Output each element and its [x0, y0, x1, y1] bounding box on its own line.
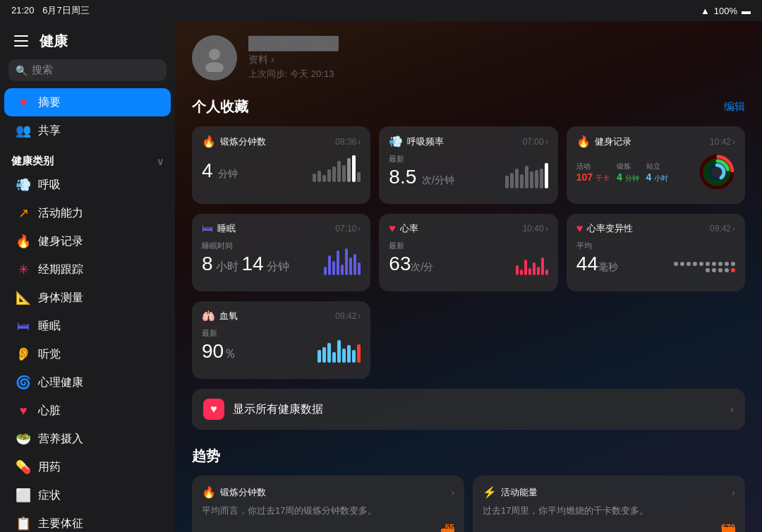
sidebar-label-mental: 心理健康 [38, 375, 83, 390]
stand-stat: 站立 4 小时 [646, 162, 669, 183]
search-placeholder: 搜索 [32, 64, 53, 77]
empty-slot-1 [379, 301, 557, 379]
sidebar-header: 健康 [0, 21, 175, 56]
sidebar-label-nutrition: 营养摄入 [38, 432, 83, 447]
symptoms-icon: ⬜ [16, 488, 31, 503]
blood-oxygen-value: 90％ [202, 340, 236, 363]
sidebar-item-breathing[interactable]: 💨 呼吸 [4, 171, 171, 199]
health-category-header: 健康类别 ∨ [0, 145, 175, 171]
blood-oxygen-label: 最新 [202, 328, 236, 339]
hrv-dots-chart [672, 259, 735, 275]
sidebar-label-breathing: 呼吸 [38, 178, 61, 193]
hrv-value: 44毫秒 [576, 253, 618, 275]
sidebar-item-mobility[interactable]: ↗ 活动能力 [4, 199, 171, 227]
activity-trend-chart: 670 [483, 523, 735, 532]
personal-collection-header: 个人收藏 编辑 [192, 97, 745, 116]
activity-trend-desc: 过去17周里，你平均燃烧的千卡数变多。 [483, 504, 735, 517]
sidebar-item-summary[interactable]: ♥ 摘要 [4, 88, 171, 116]
workout-trend-icon: 🔥 [202, 485, 216, 499]
fitness-time: 10:42 › [710, 137, 735, 147]
profile-info: ██████████ 资料 › 上次同步: 今天 20:13 [248, 36, 339, 80]
profile-sync: 上次同步: 今天 20:13 [248, 68, 339, 80]
fitness-record-card[interactable]: 🔥 健身记录 10:42 › 活动 107 千卡 [567, 126, 745, 204]
heart-rate-title: 心率 [400, 222, 418, 235]
edit-button[interactable]: 编辑 [724, 100, 745, 114]
vitals-icon: 📋 [16, 516, 31, 531]
breathing-value: 8.5 次/分钟 [389, 166, 454, 188]
profile-link[interactable]: 资料 › [248, 54, 339, 66]
sidebar-item-share[interactable]: 👥 共享 [4, 116, 171, 145]
sidebar-item-hearing[interactable]: 👂 听觉 [4, 340, 171, 368]
sidebar-toggle-button[interactable] [11, 31, 31, 51]
blood-oxygen-chart [318, 334, 361, 363]
svg-point-4 [205, 62, 224, 72]
sidebar-item-sleep[interactable]: 🛏 睡眠 [4, 312, 171, 340]
status-bar: 21:20 6月7日周三 ▲ 100% ▬ [0, 0, 762, 21]
hrv-card[interactable]: ♥ 心率变异性 09:42 › 平均 44毫秒 [567, 214, 745, 291]
profile-section: ██████████ 资料 › 上次同步: 今天 20:13 [192, 35, 745, 80]
meds-icon: 💊 [16, 459, 31, 475]
workout-time: 08:36 › [335, 137, 361, 147]
workout-minutes-card[interactable]: 🔥 锻炼分钟数 08:36 › 4 分钟 [192, 126, 370, 204]
sidebar: 健康 🔍 搜索 ♥ 摘要 👥 共享 健康类别 ∨ 💨 呼吸 ↗ 活动能力 [0, 21, 175, 532]
show-all-health-button[interactable]: ♥ 显示所有健康数据 › [192, 389, 745, 430]
blood-oxygen-title: 血氧 [219, 310, 238, 322]
activity-trend-chevron: › [732, 487, 735, 498]
hrv-title: 心率变异性 [587, 222, 633, 235]
workout-trend-card[interactable]: 🔥 锻炼分钟数 › 平均而言，你过去17周的锻炼分钟数变多。 [192, 476, 464, 532]
sidebar-item-body[interactable]: 📐 身体测量 [4, 284, 171, 312]
sidebar-item-symptoms[interactable]: ⬜ 症状 [4, 481, 171, 509]
breathing-rate-card[interactable]: 💨 呼吸频率 07:00 › 最新 8.5 次/分钟 [379, 126, 557, 204]
mobility-icon: ↗ [16, 205, 31, 221]
body-icon: 📐 [16, 290, 31, 306]
hrv-time: 09:42 › [710, 224, 735, 234]
workout-chart [313, 154, 361, 182]
activity-trend-card[interactable]: ⚡ 活动能量 › 过去17周里，你平均燃烧的千卡数变多。 [473, 476, 745, 532]
sidebar-label-summary: 摘要 [38, 95, 61, 110]
heart-rate-card[interactable]: ♥ 心率 10:40 › 最新 63次/分 [379, 214, 557, 291]
cards-row-1: 🔥 锻炼分钟数 08:36 › 4 分钟 [192, 126, 745, 204]
sidebar-item-vitals[interactable]: 📋 主要体征 [4, 509, 171, 532]
sidebar-item-fitness[interactable]: 🔥 健身记录 [4, 227, 171, 255]
workout-trend-number: 55 [445, 523, 454, 532]
workout-trend-chart: 55 [202, 523, 454, 532]
sleep-chart [324, 247, 361, 275]
show-all-chevron-icon: › [730, 403, 734, 416]
share-icon: 👥 [16, 123, 31, 138]
sidebar-label-hearing: 听觉 [38, 347, 61, 362]
hrv-icon: ♥ [576, 222, 583, 235]
chevron-down-icon: ∨ [157, 156, 164, 167]
status-time: 21:20 6月7日周三 [11, 4, 90, 17]
heart-health-icon: ♥ [16, 403, 31, 418]
sleep-card[interactable]: 🛏 睡眠 07:10 › 睡眠时间 8 小时 14 分钟 [192, 214, 370, 291]
sidebar-item-meds[interactable]: 💊 用药 [4, 453, 171, 481]
svg-point-3 [209, 49, 220, 60]
sidebar-label-meds: 用药 [38, 460, 61, 475]
svg-rect-1 [14, 40, 28, 42]
search-box[interactable]: 🔍 搜索 [8, 59, 167, 81]
activity-rings [698, 154, 735, 191]
cards-row-2: 🛏 睡眠 07:10 › 睡眠时间 8 小时 14 分钟 [192, 214, 745, 291]
sidebar-item-period[interactable]: ✳ 经期跟踪 [4, 255, 171, 284]
svg-rect-2 [14, 45, 28, 47]
heart-icon: ♥ [16, 95, 31, 110]
sidebar-label-heart: 心脏 [38, 404, 61, 418]
fitness-record-body: 活动 107 千卡 锻炼 4 分钟 站立 4 小时 [576, 154, 735, 191]
blood-oxygen-card[interactable]: 🫁 血氧 09:42 › 最新 90％ [192, 301, 370, 379]
sidebar-item-mental[interactable]: 🌀 心理健康 [4, 368, 171, 397]
sidebar-label-mobility: 活动能力 [38, 206, 83, 221]
sleep-time: 07:10 › [335, 224, 361, 234]
sidebar-item-nutrition[interactable]: 🥗 营养摄入 [4, 425, 171, 453]
activity-trend-icon: ⚡ [483, 485, 497, 499]
heart-rate-chart [516, 247, 548, 275]
workout-trend-desc: 平均而言，你过去17周的锻炼分钟数变多。 [202, 504, 454, 517]
heart-rate-time: 10:40 › [523, 224, 548, 234]
hrv-label: 平均 [576, 241, 618, 251]
show-all-icon: ♥ [203, 399, 224, 420]
sidebar-item-heart[interactable]: ♥ 心脏 [4, 397, 171, 425]
trends-grid: 🔥 锻炼分钟数 › 平均而言，你过去17周的锻炼分钟数变多。 [192, 476, 745, 532]
mental-icon: 🌀 [16, 375, 31, 390]
breathing-icon: 💨 [16, 177, 31, 193]
workout-fire-icon: 🔥 [202, 135, 216, 148]
avatar [192, 35, 237, 80]
